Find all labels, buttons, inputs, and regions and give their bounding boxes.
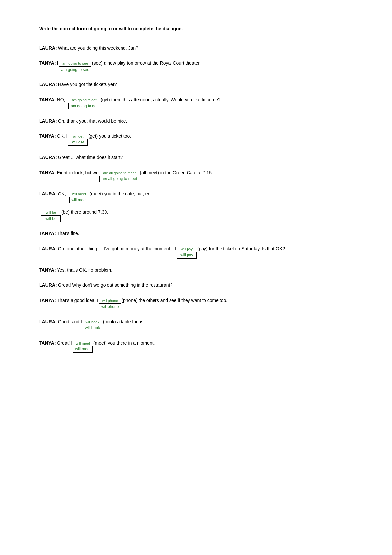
- text-after-laura8: (book) a table for us.: [103, 318, 145, 325]
- answer-wrapper-laura5cont: will bewill be: [41, 210, 61, 222]
- answer-label-tanya4: are all going to meet: [103, 171, 136, 175]
- speaker-laura6: LAURA:: [39, 245, 57, 252]
- answer-label-tanya8: will meet: [76, 341, 90, 345]
- dialogue-line-laura6: LAURA: Oh, one other thing ... I've got …: [39, 245, 353, 259]
- answer-label-tanya7: will phone: [102, 299, 118, 303]
- speaker-laura5: LAURA:: [39, 190, 57, 197]
- answer-box-tanya7: will phone: [99, 303, 121, 310]
- answer-wrapper-laura8: will bookwill book: [83, 320, 102, 331]
- text-tanya5: That's fine.: [57, 230, 79, 237]
- answer-box-tanya4: are all going to meet: [99, 176, 139, 182]
- text-before-laura5cont: I: [39, 209, 41, 216]
- text-before-tanya4: Eight o'clock, but we: [57, 169, 99, 176]
- answer-box-laura6: will pay: [177, 252, 197, 259]
- dialogue-line-tanya8: TANYA: Great! I will meetwill meet (meet…: [39, 339, 353, 353]
- text-before-tanya3: OK, I: [57, 132, 68, 140]
- text-after-tanya3: (get) you a ticket too.: [88, 132, 131, 140]
- dialogue-line-tanya4: TANYA: Eight o'clock, but we are all goi…: [39, 169, 353, 182]
- dialogue: LAURA: What are you doing this weekend, …: [39, 44, 353, 353]
- answer-wrapper-tanya2: am going to getam going to get: [68, 98, 100, 109]
- dialogue-line-tanya2: TANYA: NO, I am going to getam going to …: [39, 96, 353, 109]
- speaker-tanya3: TANYA:: [39, 132, 56, 140]
- speaker-laura2: LAURA:: [39, 81, 57, 88]
- speaker-laura8: LAURA:: [39, 318, 57, 325]
- text-after-tanya7: (phone) the others and see if they want …: [122, 297, 227, 304]
- text-after-tanya8: (meet) you there in a moment.: [93, 339, 155, 346]
- speaker-laura4: LAURA:: [39, 154, 57, 161]
- answer-label-laura5: will meet: [72, 192, 86, 196]
- text-laura1: What are you doing this weekend, Jan?: [58, 44, 138, 52]
- answer-box-tanya2: am going to get: [68, 103, 100, 109]
- text-laura7: Great! Why don't we go eat something in …: [58, 281, 173, 289]
- speaker-tanya5: TANYA:: [39, 230, 56, 237]
- answer-box-tanya1: am going to see: [59, 66, 91, 73]
- text-tanya6: Yes, that's OK, no problem.: [57, 266, 112, 274]
- text-before-tanya7: That's a good idea. I: [57, 297, 98, 304]
- speaker-tanya2: TANYA:: [39, 96, 56, 103]
- answer-box-laura5: will meet: [69, 197, 89, 204]
- dialogue-line-laura3: LAURA: Oh, thank you, that would be nice…: [39, 117, 353, 125]
- speaker-laura7: LAURA:: [39, 281, 57, 289]
- answer-box-laura5cont: will be: [41, 215, 61, 222]
- text-before-laura6: Oh, one other thing ... I've got no mone…: [58, 245, 176, 252]
- dialogue-line-laura1: LAURA: What are you doing this weekend, …: [39, 44, 353, 52]
- speaker-tanya4: TANYA:: [39, 169, 56, 176]
- text-before-laura5: OK, I: [58, 190, 69, 197]
- answer-wrapper-tanya7: will phonewill phone: [99, 299, 121, 310]
- dialogue-line-laura2: LAURA: Have you got the tickets yet?: [39, 81, 353, 88]
- text-laura4: Great ... what time does it start?: [58, 154, 123, 161]
- dialogue-line-tanya1: TANYA: I am going to seeam going to see …: [39, 59, 353, 73]
- text-before-tanya2: NO, I: [57, 96, 68, 103]
- dialogue-line-laura4: LAURA: Great ... what time does it start…: [39, 154, 353, 161]
- dialogue-line-laura5cont: I will bewill be (be) there around 7.30.: [39, 209, 353, 222]
- text-before-tanya1: I: [57, 59, 58, 67]
- text-after-laura5cont: (be) there around 7.30.: [61, 209, 108, 216]
- text-laura3: Oh, thank you, that would be nice.: [58, 117, 127, 125]
- answer-wrapper-tanya1: am going to seeam going to see: [59, 61, 91, 73]
- dialogue-line-laura8: LAURA: Good, and I will bookwill book (b…: [39, 318, 353, 331]
- dialogue-line-tanya7: TANYA: That's a good idea. I will phonew…: [39, 297, 353, 310]
- answer-box-tanya3: will get: [68, 139, 88, 146]
- text-before-laura8: Good, and I: [58, 318, 82, 325]
- speaker-tanya1: TANYA:: [39, 59, 56, 67]
- text-before-tanya8: Great! I: [57, 339, 73, 346]
- text-after-laura5: (meet) you in the cafe, but, er...: [90, 190, 153, 197]
- answer-wrapper-laura5: will meetwill meet: [69, 192, 89, 204]
- dialogue-line-laura7: LAURA: Great! Why don't we go eat someth…: [39, 281, 353, 289]
- answer-wrapper-tanya3: will getwill get: [68, 134, 88, 146]
- text-after-tanya2: (get) them this afternoon, actually. Wou…: [101, 96, 220, 103]
- answer-wrapper-laura6: will paywill pay: [177, 247, 197, 259]
- answer-label-tanya3: will get: [73, 134, 84, 139]
- text-after-tanya4: (all meet) in the Green Cafe at 7.15.: [140, 169, 213, 176]
- answer-label-laura5cont: will be: [46, 210, 56, 215]
- speaker-laura3: LAURA:: [39, 117, 57, 125]
- dialogue-line-tanya6: TANYA: Yes, that's OK, no problem.: [39, 266, 353, 274]
- answer-box-tanya8: will meet: [73, 346, 93, 353]
- speaker-laura1: LAURA:: [39, 44, 57, 52]
- dialogue-line-laura5: LAURA: OK, I will meetwill meet (meet) y…: [39, 190, 353, 204]
- speaker-tanya6: TANYA:: [39, 266, 56, 274]
- answer-label-laura8: will book: [86, 320, 99, 324]
- answer-box-laura8: will book: [83, 325, 102, 331]
- speaker-tanya7: TANYA:: [39, 297, 56, 304]
- speaker-tanya8: TANYA:: [39, 339, 56, 346]
- answer-label-tanya2: am going to get: [72, 98, 97, 102]
- dialogue-line-tanya3: TANYA: OK, I will getwill get (get) you …: [39, 132, 353, 146]
- answer-label-tanya1: am going to see: [62, 61, 88, 66]
- answer-wrapper-tanya4: are all going to meetare all going to me…: [99, 171, 139, 182]
- text-after-tanya1: (see) a new play tomorrow at the Royal C…: [92, 59, 201, 67]
- dialogue-line-tanya5: TANYA: That's fine.: [39, 230, 353, 237]
- instruction: Write the correct form of going to or wi…: [39, 26, 353, 31]
- answer-wrapper-tanya8: will meetwill meet: [73, 341, 93, 353]
- text-after-laura6: (pay) for the ticket on Saturday. Is tha…: [197, 245, 285, 252]
- answer-label-laura6: will pay: [181, 247, 193, 251]
- text-laura2: Have you got the tickets yet?: [58, 81, 117, 88]
